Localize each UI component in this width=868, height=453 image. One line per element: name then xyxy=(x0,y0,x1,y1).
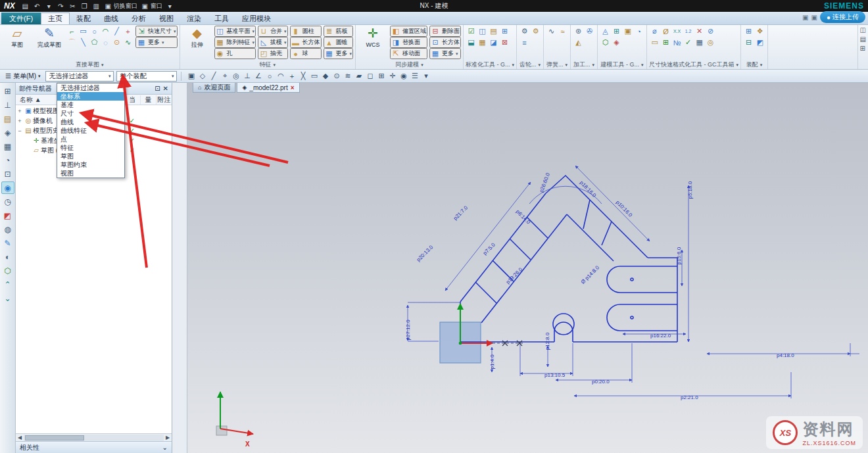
materials-icon[interactable]: ◍ xyxy=(1,223,14,235)
navigator-column-3[interactable]: 附注 xyxy=(156,95,172,105)
history-icon[interactable]: ◔ xyxy=(1,154,14,166)
ribbon-tab-工具[interactable]: 工具 xyxy=(208,12,235,24)
ribbon-group-label[interactable]: 同步建模▾ xyxy=(358,60,461,69)
undo-dropdown-icon[interactable]: ▾ xyxy=(45,2,53,11)
ribbon-tab-视图[interactable]: 视图 xyxy=(153,12,180,24)
ribbon-group-label[interactable]: 齿轮...▾ xyxy=(519,60,541,69)
ribbon-group-label[interactable]: 特征▾ xyxy=(182,60,354,69)
point-on-curve-icon[interactable]: ⊙ xyxy=(331,72,342,80)
scroll-left-icon[interactable]: ◀ xyxy=(16,435,24,441)
dim-format-10-icon[interactable]: ✓ xyxy=(683,37,694,48)
assembly-icon[interactable]: ⊞ xyxy=(743,26,754,37)
snap-point-icon[interactable]: ⌖ xyxy=(219,72,230,80)
arrangement-icon[interactable]: ◩ xyxy=(754,37,765,48)
scroll-track[interactable] xyxy=(24,435,164,441)
sphere-button[interactable]: ●球 xyxy=(290,48,322,59)
switch-window-icon[interactable]: ▣切换窗口 xyxy=(104,2,137,11)
navigator-hscrollbar[interactable]: ◀ ▶ xyxy=(16,433,172,441)
tree-expander-icon[interactable]: + xyxy=(16,108,24,114)
tab-file[interactable]: 文件(F) xyxy=(1,12,41,24)
block-button[interactable]: ▬长方体 xyxy=(290,37,322,48)
highlight-icon[interactable]: ◉ xyxy=(398,72,409,80)
more-sync-button[interactable]: ▦更多▾ xyxy=(429,48,461,59)
select-face-icon[interactable]: ◇ xyxy=(197,72,208,80)
minimize-ribbon-icon[interactable]: ▣ xyxy=(802,14,808,21)
brush-icon[interactable]: ✎ xyxy=(1,237,14,249)
tab-welcome[interactable]: ⌂欢迎页面 xyxy=(193,83,235,93)
point-icon[interactable]: + xyxy=(122,26,133,37)
rapid-dimension-button[interactable]: ⇲快速尺寸▾ xyxy=(135,26,178,37)
filter-option-曲线特征[interactable]: 曲线特征 xyxy=(57,126,124,135)
select-solid-icon[interactable]: ▣ xyxy=(185,72,197,80)
chamfer-icon[interactable]: ╲ xyxy=(78,37,89,48)
rectangle-icon[interactable]: ▭ xyxy=(78,26,89,37)
gear-pair-icon[interactable]: ⚙ xyxy=(530,26,541,37)
filter-option-无选择过滤器[interactable]: 无选择过滤器 xyxy=(57,83,124,92)
snap-midpoint-icon[interactable]: ⊥ xyxy=(241,72,253,80)
dim-format-8-icon[interactable]: ⊞ xyxy=(660,37,671,48)
dim-format-12-icon[interactable]: ◎ xyxy=(705,37,716,48)
unite-button[interactable]: ⊔合并▾ xyxy=(258,26,288,37)
crosshair-icon[interactable]: ✛ xyxy=(387,72,398,80)
more-feature-button[interactable]: ▦更多▾ xyxy=(324,48,354,59)
stock-icon[interactable]: ◭ xyxy=(573,37,584,48)
filter-option-草图约束[interactable]: 草图约束 xyxy=(57,160,124,169)
scene-icon[interactable]: ⬡ xyxy=(1,264,14,277)
check-tool-icon[interactable]: ☑ xyxy=(466,26,477,37)
menu-button[interactable]: ☰ 菜单(M) ▾ xyxy=(3,72,43,81)
select-edge-icon[interactable]: ╱ xyxy=(208,72,219,80)
more-filter-icon[interactable]: ▾ xyxy=(420,72,431,80)
snap-endpoint-icon[interactable]: ◎ xyxy=(230,72,241,80)
filter-option-坐标系[interactable]: 坐标系 xyxy=(57,92,124,101)
ribbon-tab-曲线[interactable]: 曲线 xyxy=(97,12,125,24)
tree-check-icon[interactable]: ✓ xyxy=(124,127,140,134)
ribbon-group-label[interactable]: 加工...▾ xyxy=(573,60,595,69)
navigator-column-2[interactable]: 量 xyxy=(140,95,156,105)
arc-icon[interactable]: ◠ xyxy=(100,26,111,37)
scroll-right-icon[interactable]: ▶ xyxy=(164,435,172,441)
offset-region-button[interactable]: ◧偏置区域 xyxy=(390,26,427,37)
close-icon[interactable]: × xyxy=(291,84,295,91)
palette-icon[interactable]: ◩ xyxy=(1,209,14,222)
cut-icon[interactable]: ✂ xyxy=(68,2,77,11)
dim-format-5-icon[interactable]: ✕ xyxy=(694,26,705,37)
collapse-down-icon[interactable]: ⌄ xyxy=(1,292,14,304)
component-icon[interactable]: ❖ xyxy=(754,26,765,37)
model-compare-icon[interactable]: ◫ xyxy=(477,26,488,37)
ribbon-tab-主页[interactable]: 主页 xyxy=(41,12,70,24)
wcs-button[interactable]: ✛WCS xyxy=(358,26,388,48)
coil-icon[interactable]: ≈ xyxy=(557,26,568,37)
dim-format-3-icon[interactable]: X.X xyxy=(671,26,683,37)
reuse-library-icon[interactable]: ◈ xyxy=(1,126,14,139)
ribbon-tab-装配[interactable]: 装配 xyxy=(70,12,97,24)
layer-tool-icon[interactable]: ⬓ xyxy=(466,37,477,48)
line-icon[interactable]: ╱ xyxy=(111,26,122,37)
move-face-button[interactable]: ⇱移动面 xyxy=(390,48,427,59)
filter-option-特征[interactable]: 特征 xyxy=(57,143,124,152)
connect-upload-button[interactable]: ● 连接上传 xyxy=(820,11,865,23)
constraint-icon[interactable]: ⊟ xyxy=(743,37,754,48)
snap-tangent-icon[interactable]: ╳ xyxy=(297,72,308,80)
export-tool-icon[interactable]: ⊠ xyxy=(499,37,510,48)
dim-format-7-icon[interactable]: ▭ xyxy=(649,37,660,48)
ribbon-group-label[interactable]: 尺寸快速格式化工具 - GC工具箱▾ xyxy=(649,60,738,69)
filter-option-尺寸[interactable]: 尺寸 xyxy=(57,109,124,118)
shell-button[interactable]: ◰抽壳 xyxy=(258,48,288,59)
selection-filter-combo[interactable]: 无选择过滤器 ▾ xyxy=(45,71,114,82)
table-tool-icon[interactable]: ▦ xyxy=(477,37,488,48)
window-select-icon[interactable]: ⊞ xyxy=(375,72,387,80)
tree-check-icon[interactable]: ✓ xyxy=(124,137,140,144)
nav-close-icon[interactable]: ✕ xyxy=(163,85,168,92)
part-tool-icon[interactable]: ◪ xyxy=(488,37,499,48)
face-rule-icon[interactable]: ▰ xyxy=(353,72,364,80)
ribbon-tab-渲染[interactable]: 渲染 xyxy=(180,12,208,24)
tab-model22[interactable]: ◈_model22.prt× xyxy=(237,83,299,93)
snap-arc-center-icon[interactable]: ○ xyxy=(264,72,275,80)
modeling-tool-2-icon[interactable]: ⊞ xyxy=(611,26,622,37)
cylinder-button[interactable]: ▮圆柱 xyxy=(290,26,322,37)
collapse-up-icon[interactable]: ⌃ xyxy=(1,278,14,291)
constraint-navigator-icon[interactable]: ⊥ xyxy=(1,99,14,111)
annotation-tool-icon[interactable]: ▤ xyxy=(488,26,499,37)
process-icon[interactable]: ⊡ xyxy=(1,168,14,180)
studio-spline-icon[interactable]: ∿ xyxy=(122,37,133,48)
